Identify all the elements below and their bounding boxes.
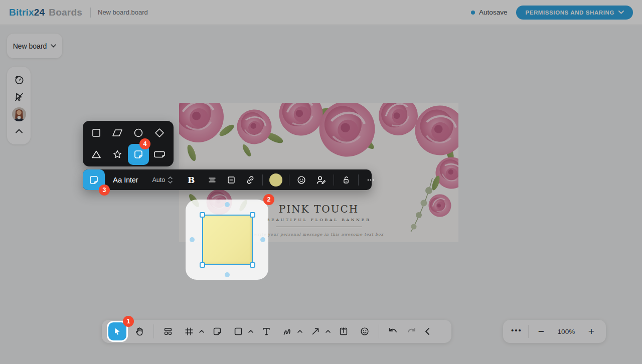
resize-handle-nw[interactable] bbox=[200, 212, 205, 218]
sticky-note-wide-icon bbox=[153, 148, 166, 160]
link-icon bbox=[245, 174, 256, 186]
connector-dot-left[interactable] bbox=[190, 237, 195, 242]
align-button[interactable] bbox=[203, 169, 222, 190]
stepper-carets-icon bbox=[168, 176, 173, 184]
card-frame-button[interactable] bbox=[222, 169, 241, 190]
emoji-button[interactable] bbox=[292, 169, 311, 190]
shape-square-button[interactable] bbox=[86, 122, 107, 143]
square-icon bbox=[90, 127, 102, 139]
triangle-icon bbox=[90, 148, 102, 160]
shape-sticky-note-button[interactable]: 4 bbox=[128, 144, 149, 165]
star-icon bbox=[111, 148, 123, 160]
fill-color-swatch bbox=[269, 173, 282, 187]
lock-button[interactable] bbox=[337, 169, 356, 190]
sticky-note-icon bbox=[88, 174, 100, 186]
sticky-note-icon bbox=[132, 148, 144, 160]
toolbar-divider bbox=[262, 174, 263, 186]
more-options-button[interactable] bbox=[361, 169, 380, 190]
font-sample: Aa bbox=[113, 175, 123, 184]
font-name: Inter bbox=[123, 176, 138, 184]
card-frame-icon bbox=[226, 174, 237, 186]
shapes-popup: 4 bbox=[83, 121, 174, 166]
resize-handle-se[interactable] bbox=[250, 262, 255, 268]
font-size-value: Auto bbox=[152, 176, 165, 184]
font-size-button[interactable]: Auto bbox=[148, 169, 177, 190]
onboarding-badge-1: 1 bbox=[123, 316, 134, 327]
resize-handle-sw[interactable] bbox=[200, 262, 205, 268]
toolbar-divider bbox=[289, 174, 289, 186]
shape-star-button[interactable] bbox=[107, 144, 128, 165]
onboarding-badge-4: 4 bbox=[139, 138, 150, 149]
align-center-icon bbox=[207, 174, 218, 186]
link-button[interactable] bbox=[241, 169, 260, 190]
more-dots-icon bbox=[365, 174, 376, 186]
toolbar-divider bbox=[358, 174, 359, 186]
sticky-style-button[interactable]: 3 bbox=[83, 169, 105, 190]
resize-handle-ne[interactable] bbox=[250, 212, 255, 218]
shape-sticky-note-wide-button[interactable] bbox=[149, 144, 170, 165]
lock-open-icon bbox=[341, 174, 352, 186]
onboarding-badge-2: 2 bbox=[263, 194, 274, 205]
parallelogram-icon bbox=[111, 127, 124, 139]
shape-diamond-button[interactable] bbox=[149, 122, 170, 143]
shape-parallelogram-button[interactable] bbox=[107, 122, 128, 143]
toolbar-divider bbox=[334, 174, 334, 186]
cursor-icon bbox=[112, 326, 122, 336]
onboarding-badge-3: 3 bbox=[99, 185, 110, 196]
select-tool-button[interactable]: 1 bbox=[108, 322, 126, 340]
font-family-button[interactable]: Aa Inter bbox=[105, 169, 142, 190]
circle-icon bbox=[132, 127, 144, 139]
selection-rectangle bbox=[202, 215, 253, 265]
bold-button[interactable]: B bbox=[184, 169, 199, 190]
shape-triangle-button[interactable] bbox=[86, 144, 107, 165]
author-edit-icon bbox=[315, 174, 327, 186]
fill-color-button[interactable] bbox=[265, 169, 286, 190]
author-button[interactable] bbox=[311, 169, 331, 190]
connector-dot-right[interactable] bbox=[260, 237, 265, 242]
emoji-icon bbox=[296, 174, 307, 186]
connector-dot-top[interactable] bbox=[225, 202, 230, 207]
diamond-icon bbox=[153, 127, 166, 139]
connector-dot-bottom[interactable] bbox=[225, 272, 230, 277]
text-format-toolbar: 3 Aa Inter Auto B bbox=[83, 169, 372, 190]
sticky-note-spotlight: 2 bbox=[186, 200, 268, 280]
